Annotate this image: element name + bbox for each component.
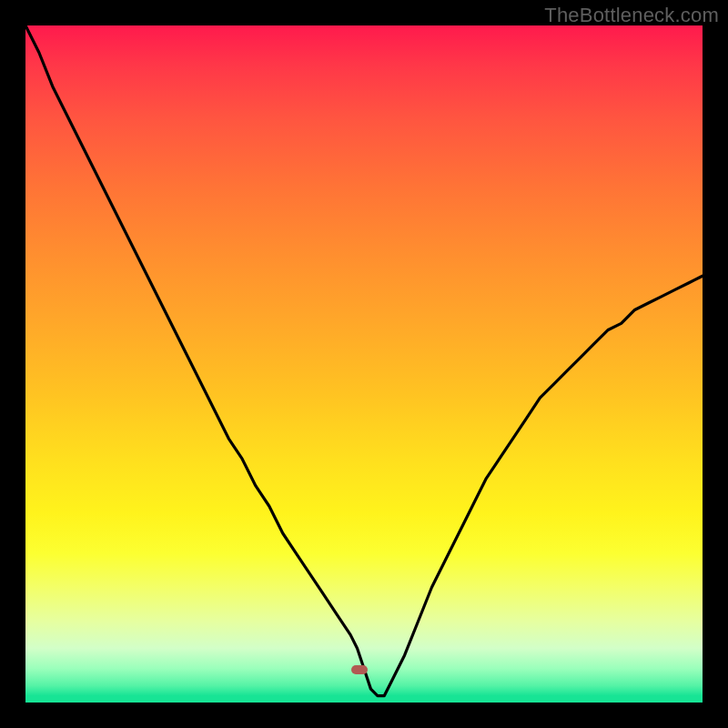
watermark-text: TheBottleneck.com xyxy=(544,4,719,27)
plot-area xyxy=(25,25,703,703)
optimal-point-marker xyxy=(351,665,368,674)
chart-frame: TheBottleneck.com xyxy=(0,0,728,728)
bottleneck-curve xyxy=(25,25,703,703)
